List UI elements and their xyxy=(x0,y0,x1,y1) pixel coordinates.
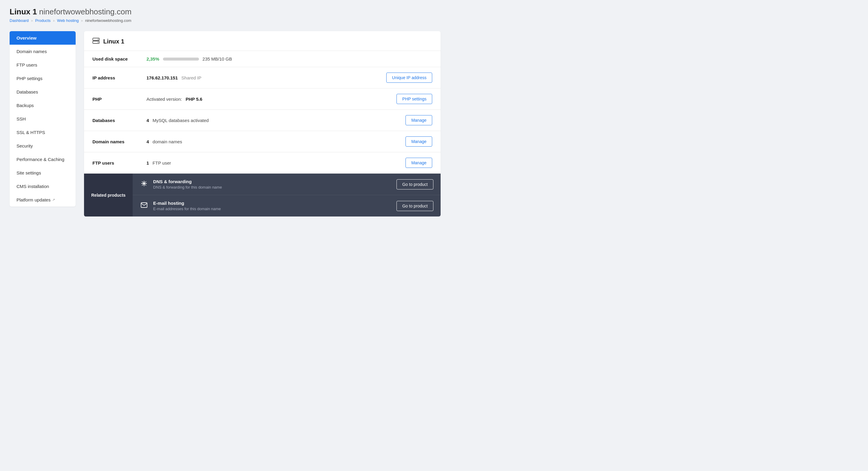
ip-address: 176.62.170.151 xyxy=(147,75,178,80)
email-product-desc: E-mail addresses for this domain name xyxy=(153,207,392,211)
dns-product-row: DNS & forwarding DNS & forwarding for th… xyxy=(133,174,441,195)
php-version: PHP 5.6 xyxy=(185,97,202,102)
disk-space-row: Used disk space 2,35% 235 MB/10 GB xyxy=(84,51,441,67)
server-icon xyxy=(92,38,100,45)
databases-value: 4 MySQL databases activated xyxy=(147,118,405,123)
page-title: Linux 1 ninefortwowebhosting.com xyxy=(10,7,441,16)
php-text: Activated version: xyxy=(147,97,182,102)
databases-label: Databases xyxy=(92,118,147,123)
sidebar-item-cms[interactable]: CMS installation xyxy=(10,179,75,193)
sidebar-item-overview[interactable]: Overview xyxy=(10,31,75,45)
server-name: Linux 1 xyxy=(10,7,37,16)
databases-row: Databases 4 MySQL databases activated Ma… xyxy=(84,110,441,131)
db-desc: MySQL databases activated xyxy=(152,118,209,123)
disk-space-value: 2,35% 235 MB/10 GB xyxy=(147,56,432,62)
email-product-info: E-mail hosting E-mail addresses for this… xyxy=(153,201,392,211)
ftp-label: FTP users xyxy=(92,160,147,166)
disk-progress-bar xyxy=(163,58,199,61)
content-panel: Linux 1 Used disk space 2,35% 235 MB/10 … xyxy=(84,31,441,216)
content-title: Linux 1 xyxy=(103,38,124,45)
dns-go-to-product-button[interactable]: Go to product xyxy=(397,179,433,190)
sidebar-item-site-settings[interactable]: Site settings xyxy=(10,166,75,179)
email-icon xyxy=(140,202,148,209)
breadcrumb-sep-1: › xyxy=(31,18,32,23)
php-action: PHP settings xyxy=(397,94,432,104)
databases-action: Manage xyxy=(405,115,432,125)
sidebar-item-databases[interactable]: Databases xyxy=(10,85,75,99)
sidebar-item-performance[interactable]: Performance & Caching xyxy=(10,153,75,166)
domain-manage-button[interactable]: Manage xyxy=(405,136,432,146)
php-settings-button[interactable]: PHP settings xyxy=(397,94,432,104)
ftp-count: 1 xyxy=(147,160,149,166)
unique-ip-button[interactable]: Unique IP address xyxy=(386,73,432,83)
sidebar: Overview Domain names FTP users PHP sett… xyxy=(10,31,75,207)
dns-icon xyxy=(140,180,148,188)
content-header: Linux 1 xyxy=(84,31,441,51)
svg-point-3 xyxy=(98,42,99,43)
domain-names-value: 4 domain names xyxy=(147,139,405,144)
ftp-action: Manage xyxy=(405,158,432,168)
breadcrumb-sep-2: › xyxy=(53,18,54,23)
svg-point-2 xyxy=(98,39,99,40)
domain-count: 4 xyxy=(147,139,149,144)
sidebar-item-ssh[interactable]: SSH xyxy=(10,112,75,126)
domain-desc: domain names xyxy=(152,139,182,144)
breadcrumb-products[interactable]: Products xyxy=(35,18,51,23)
ftp-users-row: FTP users 1 FTP user Manage xyxy=(84,152,441,174)
breadcrumb: Dashboard › Products › Web hosting › nin… xyxy=(10,18,441,23)
sidebar-item-backups[interactable]: Backups xyxy=(10,99,75,112)
ip-address-row: IP address 176.62.170.151 Shared IP Uniq… xyxy=(84,67,441,89)
breadcrumb-dashboard[interactable]: Dashboard xyxy=(10,18,29,23)
ip-label: IP address xyxy=(92,75,147,80)
ftp-manage-button[interactable]: Manage xyxy=(405,158,432,168)
platform-updates-label: Platform updates xyxy=(17,197,51,202)
breadcrumb-sep-3: › xyxy=(81,18,83,23)
ip-value: 176.62.170.151 Shared IP xyxy=(147,75,386,80)
email-product-row: E-mail hosting E-mail addresses for this… xyxy=(133,195,441,216)
php-label: PHP xyxy=(92,97,147,102)
domain-names-row: Domain names 4 domain names Manage xyxy=(84,131,441,152)
domain-names-label: Domain names xyxy=(92,139,147,144)
sidebar-item-ssl[interactable]: SSL & HTTPS xyxy=(10,126,75,139)
email-go-to-product-button[interactable]: Go to product xyxy=(397,201,433,211)
ftp-desc: FTP user xyxy=(152,160,171,166)
databases-manage-button[interactable]: Manage xyxy=(405,115,432,125)
sidebar-item-ftp-users[interactable]: FTP users xyxy=(10,58,75,72)
disk-progress-fill xyxy=(163,58,164,61)
sidebar-item-domain-names[interactable]: Domain names xyxy=(10,45,75,58)
php-row: PHP Activated version: PHP 5.6 PHP setti… xyxy=(84,89,441,110)
related-products-list: DNS & forwarding DNS & forwarding for th… xyxy=(133,174,441,216)
domain-name: ninefortwowebhosting.com xyxy=(39,7,131,16)
dns-product-name: DNS & forwarding xyxy=(153,179,392,184)
external-link-icon: ↗ xyxy=(52,198,55,202)
breadcrumb-current: ninefortwowebhosting.com xyxy=(85,18,131,23)
email-product-name: E-mail hosting xyxy=(153,201,392,206)
ip-action: Unique IP address xyxy=(386,73,432,83)
ftp-value: 1 FTP user xyxy=(147,160,405,166)
disk-usage-text: 235 MB/10 GB xyxy=(203,56,232,62)
related-products-section: Related products D xyxy=(84,174,441,216)
ip-type: Shared IP xyxy=(181,75,202,80)
breadcrumb-webhosting[interactable]: Web hosting xyxy=(57,18,79,23)
disk-percent: 2,35% xyxy=(147,56,159,62)
dns-product-info: DNS & forwarding DNS & forwarding for th… xyxy=(153,179,392,190)
sidebar-item-security[interactable]: Security xyxy=(10,139,75,153)
disk-space-label: Used disk space xyxy=(92,56,147,62)
php-value: Activated version: PHP 5.6 xyxy=(147,97,397,102)
db-count: 4 xyxy=(147,118,149,123)
dns-product-desc: DNS & forwarding for this domain name xyxy=(153,185,392,190)
sidebar-item-platform-updates[interactable]: Platform updates ↗ xyxy=(10,193,75,207)
sidebar-item-php-settings[interactable]: PHP settings xyxy=(10,72,75,85)
domain-names-action: Manage xyxy=(405,136,432,146)
related-products-label: Related products xyxy=(84,174,133,216)
